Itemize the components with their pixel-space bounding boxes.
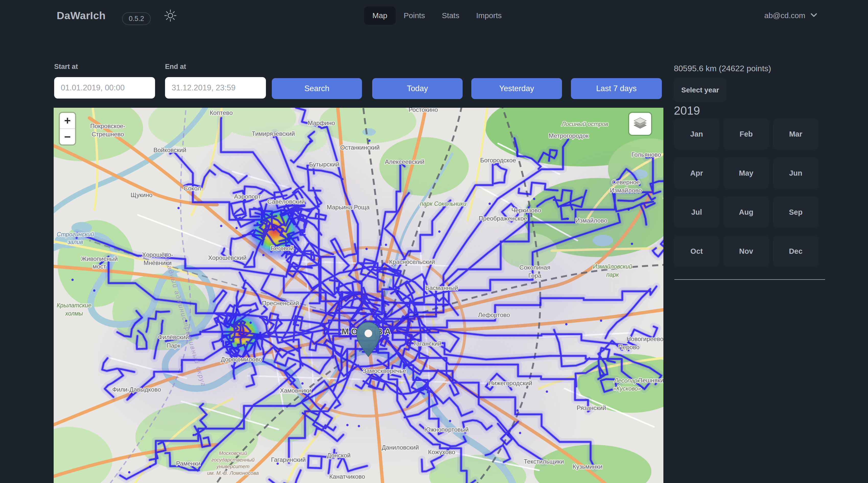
map-label: Черкизово [512,207,541,214]
app-logo[interactable]: DaWarIch [57,10,106,22]
track-dot [262,254,265,256]
start-at-input[interactable] [54,77,155,99]
track-dot [368,140,371,142]
track-dot [517,410,519,412]
track-dot [193,434,195,436]
zoom-in-button[interactable]: + [60,113,75,128]
map-label: Тимирязевский [252,130,295,137]
map-label: Измайлово [610,187,642,194]
month-button-sep[interactable]: Sep [773,197,818,228]
yesterday-button[interactable]: Yesterday [471,78,562,99]
map-label: Марфино [308,120,335,126]
zoom-control: + − [60,113,75,144]
map-label: Новогиреево [627,335,663,342]
month-button-oct[interactable]: Oct [674,236,719,267]
map-label: Таганский [413,340,441,347]
user-email: ab@cd.com [764,11,805,20]
map-label: Савёловский [268,198,305,205]
map-label: Стрешнево [92,131,124,138]
map-label: Лесопарк [614,377,641,384]
map-label: Замоскворечье [363,367,406,374]
map-label: Хорошёвский [208,254,247,261]
end-at-label: End at [165,63,186,71]
track-dot [565,323,567,325]
map-label: Щукино [130,191,153,198]
month-button-mar[interactable]: Mar [773,119,818,150]
month-grid: Jan Feb Mar Apr May Jun Jul Aug Sep Oct … [674,119,818,267]
map-label: Раменки [176,460,200,467]
end-at-input[interactable] [165,77,266,99]
track-dot [259,332,261,334]
track-dot [250,322,252,324]
track-dot [533,198,535,200]
theme-toggle-button[interactable] [163,9,178,24]
zoom-out-button[interactable]: − [60,129,75,144]
map-label: Филёвский [158,334,189,341]
track-dot [178,207,180,210]
map-label: Даниловский [382,444,419,451]
track-dot [546,391,548,393]
tab-stats[interactable]: Stats [437,6,464,25]
track-dot [366,248,368,250]
map-canvas[interactable]: РостокиноКоптевоПокровское-СтрешневоТими… [54,108,663,483]
last-7-days-button[interactable]: Last 7 days [571,78,662,99]
year-heading: 2019 [674,104,700,118]
month-button-feb[interactable]: Feb [723,119,769,150]
navbar: DaWarIch 0.5.2 Map Points Stats Imports … [0,0,868,33]
map-label: Сокол [184,185,201,192]
map-label: Аэропорт [234,193,261,200]
track-dot [128,471,130,474]
map-label: залив [67,239,83,245]
map-label: Алексеевский [385,158,425,165]
layers-icon [633,117,647,131]
map-label: Перово [618,344,640,351]
map-label: мост [93,263,106,270]
map-label: государственный [211,457,254,462]
track-dot [220,225,222,227]
map-label: Лефортово [478,312,510,318]
track-dot [358,425,360,427]
month-button-jun[interactable]: Jun [773,158,818,189]
month-button-may[interactable]: May [723,158,769,189]
map-label: Донской [327,452,351,459]
tab-imports[interactable]: Imports [471,6,506,25]
map-label: Парк [166,342,181,349]
map-label: Южнопортовый [424,426,469,433]
month-button-apr[interactable]: Apr [674,158,719,189]
map-label: Войковский [154,147,186,154]
map-label: холмы [65,310,83,317]
month-button-nov[interactable]: Nov [723,236,769,267]
select-year-button[interactable]: Select year [674,78,726,102]
map-label: Басманный [425,284,458,291]
tab-points[interactable]: Points [400,6,429,25]
map-label: Коптево [210,109,233,116]
month-button-jul[interactable]: Jul [674,197,719,228]
tab-map[interactable]: Map [364,6,396,25]
track-dot [149,465,152,468]
map-label: Рязанский [577,405,606,411]
track-dot [236,227,238,229]
track-dot [567,218,569,220]
map-label: Фили-Давыдково [113,386,161,393]
map-label: Нижегородский [488,380,532,387]
sidebar-divider [674,279,825,280]
month-button-jan[interactable]: Jan [674,119,719,150]
map-label: Останкинский [340,144,380,151]
search-button[interactable]: Search [272,78,362,99]
month-button-aug[interactable]: Aug [723,197,769,228]
month-button-dec[interactable]: Dec [773,236,818,267]
map-label: Пресненский [262,300,299,307]
today-button[interactable]: Today [372,78,463,99]
map-label: Текстильщики [524,458,564,465]
map-label: Крылатские [57,302,91,309]
track-dot [260,221,262,223]
user-menu[interactable]: ab@cd.com [764,6,818,25]
map-label: Строгинский [57,231,94,238]
layers-control-button[interactable] [629,113,651,135]
track-dot [309,140,311,143]
track-dot [236,309,238,311]
sun-icon [164,9,177,23]
map-label: им. М. В. Ломоносова [207,470,259,476]
track-dot [71,279,74,281]
map-label: Ростокино [409,108,438,113]
